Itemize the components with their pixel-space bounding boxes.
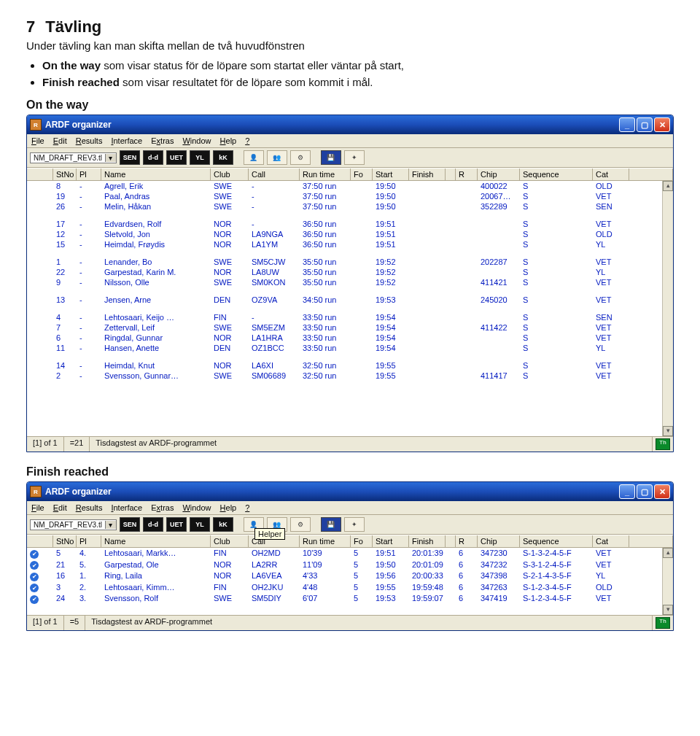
table-row[interactable]: 14-Heimdal, KnutNORLA6XI32:50 run19:55SV…: [27, 360, 673, 371]
menu-question[interactable]: ?: [245, 503, 249, 512]
toolbar-btn-uet[interactable]: UET: [166, 517, 187, 532]
list-item: On the way som visar status för de löpar…: [42, 59, 674, 71]
save-icon[interactable]: 💾: [321, 150, 341, 165]
titlebar[interactable]: R ARDF organizer _ ▢ ✕: [27, 482, 673, 501]
table-row[interactable]: 22-Garpestad, Karin M.NORLA8UW35:50 run1…: [27, 267, 673, 277]
table-row[interactable]: 26-Melin, HåkanSWE-37:50 run19:50352289S…: [27, 201, 673, 212]
check-icon: ✔: [30, 584, 39, 592]
app-icon: R: [30, 486, 42, 497]
toolbar-btn-yl[interactable]: YL: [190, 150, 210, 165]
toolbar-btn-yl[interactable]: YL: [190, 517, 210, 532]
file-combo[interactable]: NM_DRAFT_REV3.tl▾: [30, 519, 117, 530]
save-icon[interactable]: 💾: [321, 517, 341, 532]
toolbar-btn-dd[interactable]: d-d: [143, 150, 163, 165]
menu-window[interactable]: Window: [182, 136, 211, 145]
check-icon: ✔: [30, 595, 39, 604]
table-row[interactable]: ✔215.Garpestad, OleNORLA2RR11'09519:5020…: [27, 559, 673, 571]
toolbar-btn-kk[interactable]: kK: [213, 517, 233, 532]
bullet-list: On the way som visar status för de löpar…: [42, 59, 674, 88]
menu-extras[interactable]: Extras: [151, 503, 174, 512]
table-row[interactable]: ✔54.Lehtosaari, Markk…FINOH2MD10'39519:5…: [27, 548, 673, 559]
toolbar-icon[interactable]: 👥: [267, 150, 287, 165]
scroll-down-icon[interactable]: ▾: [663, 605, 673, 615]
toolbar-btn-sen[interactable]: SEN: [120, 150, 140, 165]
table-row[interactable]: 8-Agrell, ErikSWE-37:50 run19:50400022SO…: [27, 181, 673, 191]
statusbar: [1] of 1 =21 Tisdagstest av ARDF-program…: [27, 436, 673, 452]
toolbar: NM_DRAFT_REV3.tl▾ SEN d-d UET YL kK 👤 👥 …: [27, 515, 673, 535]
menu-file[interactable]: File: [31, 503, 44, 512]
tooltip-helper: Helper: [254, 528, 285, 540]
check-icon: ✔: [30, 550, 39, 559]
menu-interface[interactable]: Interface: [111, 503, 142, 512]
scroll-up-icon[interactable]: ▴: [663, 548, 673, 558]
check-icon: ✔: [30, 573, 39, 581]
menubar[interactable]: File Edit Results Interface Extras Windo…: [27, 501, 673, 515]
vertical-scrollbar[interactable]: ▴ ▾: [662, 181, 673, 436]
table-row[interactable]: 19-Paal, AndrasSWE-37:50 run19:5020067…S…: [27, 191, 673, 201]
app-icon: R: [30, 119, 42, 131]
statusbar: [1] of 1 =5 Tisdagstest av ARDF-programm…: [27, 615, 673, 630]
toolbar-icon[interactable]: ⚙: [290, 517, 311, 532]
menu-edit[interactable]: Edit: [53, 503, 67, 512]
table-row[interactable]: 11-Hansen, AnetteDENOZ1BCC33:50 run19:54…: [27, 343, 673, 353]
maximize-button[interactable]: ▢: [637, 117, 653, 132]
chevron-down-icon[interactable]: ▾: [105, 521, 116, 529]
table-row[interactable]: 15-Heimdal, FrøydisNORLA1YM36:50 run19:5…: [27, 239, 673, 249]
table-row[interactable]: 6-Ringdal, GunnarNORLA1HRA33:50 run19:54…: [27, 333, 673, 343]
minimize-button[interactable]: _: [619, 484, 635, 499]
list-item: Finish reached som visar resultatet för …: [42, 76, 674, 88]
toolbar-icon[interactable]: 👤: [244, 150, 264, 165]
menu-help[interactable]: Help: [220, 136, 237, 145]
window-finish-reached: R ARDF organizer _ ▢ ✕ File Edit Results…: [26, 481, 674, 631]
menu-extras[interactable]: Extras: [151, 136, 174, 145]
data-grid[interactable]: ✔54.Lehtosaari, Markk…FINOH2MD10'39519:5…: [27, 548, 673, 615]
data-grid[interactable]: 8-Agrell, ErikSWE-37:50 run19:50400022SO…: [27, 181, 673, 436]
table-row[interactable]: 7-Zettervall, LeifSWESM5EZM33:50 run19:5…: [27, 322, 673, 333]
menu-window[interactable]: Window: [182, 503, 211, 512]
toolbar-btn-dd[interactable]: d-d: [143, 517, 163, 532]
maximize-button[interactable]: ▢: [637, 484, 653, 499]
toolbar-btn-kk[interactable]: kK: [213, 150, 233, 165]
table-row[interactable]: 13-Jensen, ArneDENOZ9VA34:50 run19:53245…: [27, 295, 673, 305]
column-headers[interactable]: StNo Pl Name Club Call Run time Fo Start…: [27, 168, 673, 181]
menu-file[interactable]: File: [31, 136, 44, 145]
table-row[interactable]: ✔32.Lehtosaari, Kimm…FINOH2JKU4'48519:55…: [27, 582, 673, 594]
table-row[interactable]: 4-Lehtosaari, Keijo …FIN-33:50 run19:54S…: [27, 312, 673, 322]
menu-help[interactable]: Help: [220, 503, 237, 512]
scroll-up-icon[interactable]: ▴: [663, 181, 673, 191]
menu-results[interactable]: Results: [76, 136, 103, 145]
toolbar-btn-sen[interactable]: SEN: [120, 517, 140, 532]
vertical-scrollbar[interactable]: ▴ ▾: [662, 548, 673, 615]
file-combo[interactable]: NM_DRAFT_REV3.tl▾: [30, 152, 117, 163]
window-on-the-way: R ARDF organizer _ ▢ ✕ File Edit Results…: [26, 115, 674, 452]
menubar[interactable]: File Edit Results Interface Extras Windo…: [27, 134, 673, 148]
table-row[interactable]: 2-Svensson, Gunnar…SWESM0668932:50 run19…: [27, 371, 673, 381]
table-row[interactable]: 17-Edvardsen, RolfNOR-36:50 run19:51SVET: [27, 219, 673, 229]
table-row[interactable]: ✔161.Ring, LailaNORLA6VEA4'33519:5620:00…: [27, 570, 673, 582]
menu-interface[interactable]: Interface: [111, 136, 142, 145]
menu-results[interactable]: Results: [76, 503, 103, 512]
table-row[interactable]: 1-Lenander, BoSWESM5CJW35:50 run19:52202…: [27, 257, 673, 267]
scroll-down-icon[interactable]: ▾: [663, 426, 673, 436]
status-tag-icon: Th: [656, 438, 670, 450]
section-heading: 7Tävling: [26, 18, 674, 36]
toolbar-icon[interactable]: ✦: [344, 517, 365, 532]
subheading-finish: Finish reached: [26, 465, 674, 479]
toolbar-btn-uet[interactable]: UET: [166, 150, 187, 165]
table-row[interactable]: 9-Nilsson, OlleSWESM0KON35:50 run19:5241…: [27, 277, 673, 287]
table-row[interactable]: ✔243.Svensson, RolfSWESM5DIY6'07519:5319…: [27, 593, 673, 605]
toolbar-icon[interactable]: ⚙: [290, 150, 311, 165]
window-title: ARDF organizer: [45, 120, 112, 130]
chevron-down-icon[interactable]: ▾: [105, 154, 116, 162]
window-title: ARDF organizer: [45, 487, 112, 497]
minimize-button[interactable]: _: [619, 117, 635, 132]
close-button[interactable]: ✕: [654, 117, 670, 132]
toolbar-icon[interactable]: ✦: [344, 150, 365, 165]
menu-edit[interactable]: Edit: [53, 136, 67, 145]
menu-question[interactable]: ?: [245, 136, 249, 145]
titlebar[interactable]: R ARDF organizer _ ▢ ✕: [27, 115, 673, 134]
close-button[interactable]: ✕: [654, 484, 670, 499]
subheading-on-the-way: On the way: [26, 98, 674, 112]
table-row[interactable]: 12-Sletvold, JonNORLA9NGA36:50 run19:51S…: [27, 229, 673, 239]
column-headers[interactable]: StNo Pl Name Club Call Run time Fo Start…: [27, 535, 673, 548]
